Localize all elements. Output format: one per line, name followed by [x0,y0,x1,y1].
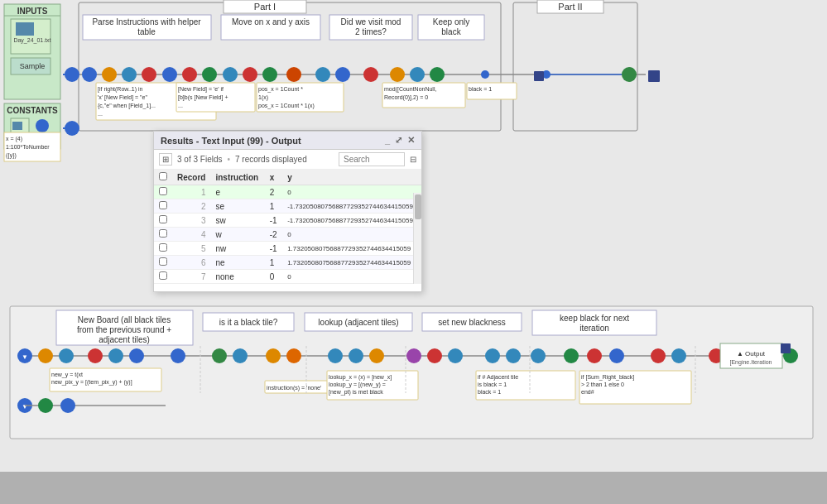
svg-point-118 [531,348,546,363]
bullet: • [227,155,230,164]
svg-point-104 [129,348,144,363]
grid-view-icon[interactable]: ⊞ [159,153,172,166]
svg-point-49 [202,67,217,82]
table-row: 7none00 [154,270,421,284]
filter-icon[interactable]: ⊟ [410,155,416,164]
svg-point-19 [542,70,551,79]
svg-point-101 [59,348,74,363]
svg-text:black = 1: black = 1 [478,389,501,395]
svg-text:Move on x and y axis: Move on x and y axis [232,17,310,26]
svg-text:▼: ▼ [22,403,28,410]
svg-point-58 [410,67,425,82]
row-checkbox[interactable] [159,229,167,238]
svg-text:adjacent tiles): adjacent tiles) [99,335,150,344]
row-checkbox[interactable] [159,271,167,280]
svg-point-54 [315,67,330,82]
svg-rect-88 [11,58,50,74]
cell-y: 1.73205080756887729352744634415059 [282,242,421,256]
svg-point-108 [266,348,281,363]
svg-rect-32 [532,310,656,335]
svg-rect-30 [422,313,522,331]
svg-point-107 [233,348,248,363]
svg-text:1(x): 1(x) [258,94,268,101]
svg-text:Parse Instructions with helper: Parse Instructions with helper [92,17,201,26]
results-toolbar: ⊞ 3 of 3 Fields • 7 records displayed ⊟ [154,150,421,170]
svg-point-51 [243,67,257,82]
row-checkbox[interactable] [159,215,167,223]
row-checkbox[interactable] [159,187,167,195]
svg-point-149 [38,398,53,413]
svg-point-110 [328,348,343,363]
close-icon[interactable]: ✕ [407,135,415,146]
fields-count: 3 of 3 Fields [177,155,222,164]
table-row: 6ne11.73205080756887729352744634415059 [154,256,421,270]
svg-point-43 [82,67,97,82]
cell-instruction: nw [210,242,264,256]
cell-record-num: 3 [172,214,210,228]
col-x: x [265,170,282,185]
table-row: 2se1-1.73205080756887729352744634415059 [154,199,421,214]
records-count: 7 records displayed [235,155,307,164]
svg-text:if # Adjacent tile: if # Adjacent tile [478,374,518,381]
expand-icon[interactable]: ⤢ [395,135,402,146]
svg-text:Part I: Part I [254,2,276,12]
svg-rect-85 [11,19,50,54]
svg-rect-93 [11,118,29,133]
svg-text:> 2 than 1 else 0: > 2 than 1 else 0 [581,382,624,387]
svg-point-40 [65,121,79,136]
svg-rect-128 [720,343,782,368]
svg-text:Day_24_01.txt: Day_24_01.txt [13,37,50,44]
svg-text:lookup_x = (x) = [new_x]: lookup_x = (x) = [new_x] [329,374,392,381]
svg-rect-2 [224,0,306,13]
cell-instruction: ne [210,256,264,270]
svg-rect-140 [476,371,575,400]
svg-rect-144 [579,371,691,404]
row-checkbox[interactable] [159,243,167,252]
cell-x: 1 [265,199,282,214]
table-row: 1e20 [154,185,421,199]
svg-point-112 [369,348,384,363]
svg-point-102 [88,348,103,363]
svg-rect-69 [176,83,255,112]
search-input[interactable] [339,152,405,166]
minimize-icon[interactable]: _ [385,135,390,146]
svg-point-111 [349,348,363,363]
cell-x: -1 [265,242,282,256]
svg-text:[Engine.Iteration: [Engine.Iteration [730,359,772,366]
results-scrollbar[interactable] [413,193,421,284]
svg-rect-77 [382,83,465,108]
svg-text:({y}): ({y}) [6,152,17,159]
svg-text:CONSTANTS: CONSTANTS [7,106,58,115]
svg-rect-151 [781,343,791,353]
svg-rect-26 [203,313,294,331]
svg-text:end#: end# [581,389,594,395]
svg-text:black = 1: black = 1 [469,86,492,92]
svg-rect-90 [4,103,60,149]
svg-text:if [Sum_Right_black]: if [Sum_Right_black] [581,374,634,381]
results-table: Record instruction x y 1e202se1-1.732050… [154,170,421,284]
svg-text:[new_pt) is met black: [new_pt) is met black [329,389,383,396]
row-checkbox[interactable] [159,257,167,266]
cell-instruction: w [210,228,264,242]
svg-text:{c,"e" when [Field_1]...: {c,"e" when [Field_1]... [98,103,156,109]
svg-text:lookup_y = [(new_y) =: lookup_y = [(new_y) = [329,382,386,388]
row-checkbox[interactable] [159,201,167,209]
results-header: Results - Text Input (99) - Output _ ⤢ ✕ [154,132,421,150]
cell-instruction: sw [210,214,264,228]
cell-y: -1.73205080756887729352744634415059 [282,214,421,228]
svg-point-115 [448,348,463,363]
svg-point-50 [223,67,238,82]
svg-text:[if right(Row..1) in: [if right(Row..1) in [98,86,143,93]
table-row: 5nw-11.73205080756887729352744634415059 [154,242,421,256]
svg-rect-62 [534,71,544,81]
cell-x: 1 [265,256,282,270]
svg-text:INPUTS: INPUTS [17,7,48,16]
svg-text:new_pix_y = [(tem_pix_y) + (y): new_pix_y = [(tem_pix_y) + (y)] [51,379,132,386]
select-all-checkbox[interactable] [159,172,167,180]
svg-text:Part II: Part II [558,2,582,12]
svg-text:black: black [441,27,461,36]
svg-point-61 [622,67,637,82]
scrollbar-thumb[interactable] [415,194,421,219]
checkbox-col-header[interactable] [154,170,172,185]
svg-rect-64 [96,83,216,120]
